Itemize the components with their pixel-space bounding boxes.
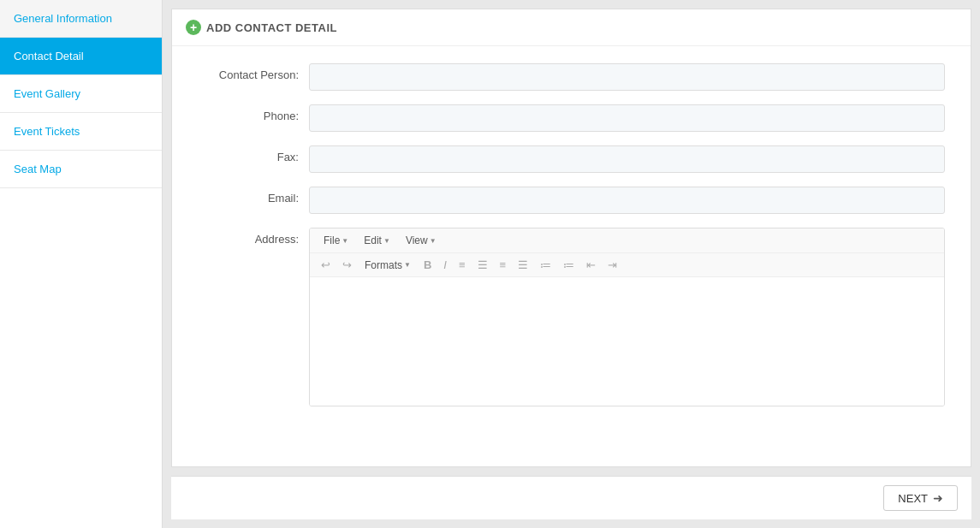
sidebar-item-label: Event Tickets (14, 125, 80, 138)
fax-label: Fax: (198, 145, 309, 163)
sidebar-item-label: Event Gallery (14, 87, 80, 100)
align-right-button[interactable]: ≡ (496, 257, 511, 273)
contact-person-input[interactable] (309, 63, 945, 91)
justify-button[interactable]: ☰ (514, 257, 532, 273)
next-arrow-icon: ➜ (933, 491, 943, 505)
file-menu[interactable]: File ▼ (317, 232, 355, 249)
ordered-list-button[interactable]: ≔ (559, 257, 579, 273)
next-button[interactable]: NEXT ➜ (883, 485, 958, 511)
editor-toolbar: ↩ ↪ Formats ▼ B I ≡ ☰ ≡ ☰ ≔ ≔ (310, 253, 944, 277)
fax-input[interactable] (309, 145, 945, 173)
formats-label: Formats (365, 259, 402, 271)
sidebar-item-label: General Information (14, 12, 112, 25)
unordered-list-button[interactable]: ≔ (536, 257, 555, 273)
address-label: Address: (198, 228, 309, 246)
email-label: Email: (198, 187, 309, 205)
view-menu-label: View (406, 234, 428, 246)
phone-label: Phone: (198, 104, 309, 122)
file-menu-arrow: ▼ (342, 237, 348, 245)
sidebar: General Information Contact Detail Event… (0, 0, 163, 528)
formats-arrow: ▼ (404, 261, 411, 269)
section-header: + ADD CONTACT DETAIL (172, 9, 971, 46)
sidebar-item-event-tickets[interactable]: Event Tickets (0, 113, 162, 151)
align-center-button[interactable]: ☰ (473, 257, 492, 273)
main-content: + ADD CONTACT DETAIL Contact Person: Pho… (163, 0, 980, 528)
sidebar-item-label: Seat Map (14, 163, 62, 175)
outdent-button[interactable]: ⇤ (582, 257, 600, 273)
edit-menu[interactable]: Edit ▼ (357, 232, 397, 249)
sidebar-item-seat-map[interactable]: Seat Map (0, 151, 162, 188)
address-editor: File ▼ Edit ▼ View ▼ (309, 228, 945, 406)
address-row: Address: File ▼ Edit ▼ View (198, 228, 945, 406)
phone-input[interactable] (309, 104, 945, 132)
bold-button[interactable]: B (419, 257, 436, 273)
view-menu[interactable]: View ▼ (399, 232, 443, 249)
edit-menu-label: Edit (364, 234, 382, 246)
next-button-label: NEXT (898, 492, 928, 505)
edit-menu-arrow: ▼ (383, 237, 390, 245)
undo-button[interactable]: ↩ (317, 257, 335, 273)
file-menu-label: File (324, 234, 340, 246)
contact-person-row: Contact Person: (198, 63, 945, 91)
bottom-bar: NEXT ➜ (171, 476, 971, 519)
formats-dropdown[interactable]: Formats ▼ (359, 258, 416, 273)
form-area: Contact Person: Phone: Fax: Email: Addre… (172, 46, 971, 437)
sidebar-item-general-information[interactable]: General Information (0, 0, 162, 38)
section-title: ADD CONTACT DETAIL (206, 21, 337, 34)
align-left-button[interactable]: ≡ (454, 257, 470, 273)
add-contact-icon[interactable]: + (186, 20, 201, 35)
sidebar-item-event-gallery[interactable]: Event Gallery (0, 75, 162, 113)
italic-button[interactable]: I (439, 257, 451, 273)
sidebar-item-contact-detail[interactable]: Contact Detail (0, 38, 162, 75)
contact-person-label: Contact Person: (198, 63, 309, 81)
view-menu-arrow: ▼ (430, 237, 437, 245)
editor-menubar: File ▼ Edit ▼ View ▼ (310, 228, 944, 253)
fax-row: Fax: (198, 145, 945, 173)
email-input[interactable] (309, 187, 945, 214)
indent-button[interactable]: ⇥ (603, 257, 621, 273)
content-area: + ADD CONTACT DETAIL Contact Person: Pho… (171, 9, 971, 467)
phone-row: Phone: (198, 104, 945, 132)
sidebar-item-label: Contact Detail (14, 50, 84, 62)
redo-button[interactable]: ↪ (338, 257, 356, 273)
address-editor-body[interactable] (310, 277, 944, 406)
email-row: Email: (198, 187, 945, 214)
